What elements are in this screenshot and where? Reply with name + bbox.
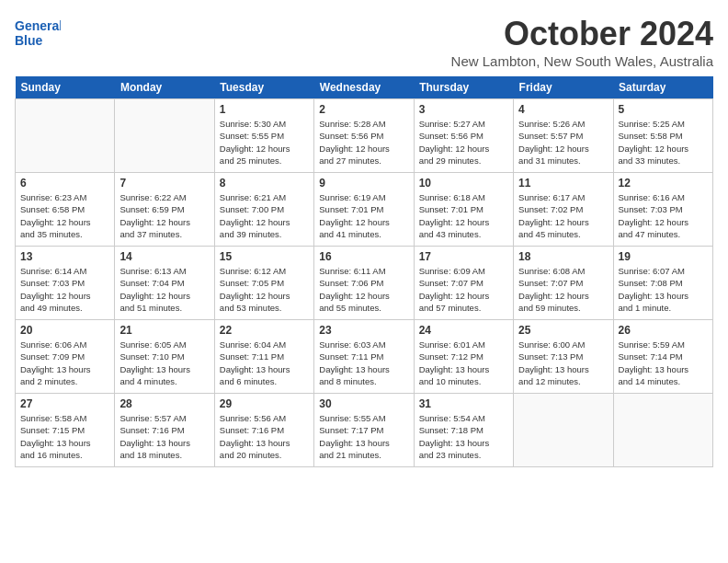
calendar-cell: 21Sunrise: 6:05 AM Sunset: 7:10 PM Dayli… (115, 320, 214, 394)
day-number: 31 (419, 397, 508, 410)
day-info: Sunrise: 6:00 AM Sunset: 7:13 PM Dayligh… (518, 339, 608, 387)
day-info: Sunrise: 6:21 AM Sunset: 7:00 PM Dayligh… (220, 191, 309, 240)
day-info: Sunrise: 5:28 AM Sunset: 5:56 PM Dayligh… (319, 118, 408, 167)
day-info: Sunrise: 6:23 AM Sunset: 6:58 PM Dayligh… (20, 191, 109, 240)
day-number: 6 (20, 177, 109, 190)
day-header-tuesday: Tuesday (214, 76, 313, 99)
day-info: Sunrise: 6:16 AM Sunset: 7:03 PM Dayligh… (619, 191, 708, 240)
day-number: 15 (220, 250, 309, 263)
calendar-cell: 9Sunrise: 6:19 AM Sunset: 7:01 PM Daylig… (314, 173, 414, 247)
calendar-cell: 31Sunrise: 5:54 AM Sunset: 7:18 PM Dayli… (414, 394, 513, 467)
calendar-cell: 28Sunrise: 5:57 AM Sunset: 7:16 PM Dayli… (115, 394, 214, 467)
day-number: 11 (518, 177, 608, 190)
calendar-cell (16, 99, 115, 173)
day-info: Sunrise: 6:03 AM Sunset: 7:11 PM Dayligh… (319, 339, 408, 387)
day-number: 28 (119, 397, 209, 410)
day-info: Sunrise: 6:14 AM Sunset: 7:03 PM Dayligh… (20, 265, 109, 314)
calendar-cell: 5Sunrise: 5:25 AM Sunset: 5:58 PM Daylig… (613, 99, 712, 173)
day-header-friday: Friday (514, 76, 613, 99)
day-info: Sunrise: 5:54 AM Sunset: 7:18 PM Dayligh… (419, 412, 508, 461)
day-info: Sunrise: 5:27 AM Sunset: 5:56 PM Dayligh… (419, 118, 508, 167)
calendar-cell (613, 394, 712, 467)
day-number: 30 (319, 397, 408, 410)
day-number: 17 (419, 250, 508, 263)
day-info: Sunrise: 5:58 AM Sunset: 7:15 PM Dayligh… (20, 412, 109, 461)
day-info: Sunrise: 6:09 AM Sunset: 7:07 PM Dayligh… (419, 265, 508, 314)
day-number: 22 (220, 324, 309, 337)
page-header: General Blue October 2024 New Lambton, N… (15, 15, 713, 69)
calendar-week-5: 27Sunrise: 5:58 AM Sunset: 7:15 PM Dayli… (16, 394, 713, 467)
day-info: Sunrise: 5:30 AM Sunset: 5:55 PM Dayligh… (220, 118, 309, 167)
day-number: 10 (419, 177, 508, 190)
calendar-cell: 30Sunrise: 5:55 AM Sunset: 7:17 PM Dayli… (314, 394, 414, 467)
day-header-thursday: Thursday (414, 76, 513, 99)
day-number: 1 (220, 103, 309, 116)
calendar-cell: 13Sunrise: 6:14 AM Sunset: 7:03 PM Dayli… (16, 247, 115, 320)
calendar-cell: 18Sunrise: 6:08 AM Sunset: 7:07 PM Dayli… (514, 247, 613, 320)
calendar-cell: 8Sunrise: 6:21 AM Sunset: 7:00 PM Daylig… (214, 173, 313, 247)
day-number: 24 (419, 324, 508, 337)
day-number: 4 (518, 103, 608, 116)
day-info: Sunrise: 5:57 AM Sunset: 7:16 PM Dayligh… (119, 412, 209, 461)
day-number: 26 (619, 324, 708, 337)
calendar-cell: 10Sunrise: 6:18 AM Sunset: 7:01 PM Dayli… (414, 173, 513, 247)
calendar-header: SundayMondayTuesdayWednesdayThursdayFrid… (16, 76, 713, 99)
day-number: 19 (619, 250, 708, 263)
calendar-cell: 11Sunrise: 6:17 AM Sunset: 7:02 PM Dayli… (514, 173, 613, 247)
day-number: 25 (518, 324, 608, 337)
day-number: 23 (319, 324, 408, 337)
calendar-week-1: 1Sunrise: 5:30 AM Sunset: 5:55 PM Daylig… (16, 99, 713, 173)
day-info: Sunrise: 6:07 AM Sunset: 7:08 PM Dayligh… (619, 265, 708, 314)
day-info: Sunrise: 6:06 AM Sunset: 7:09 PM Dayligh… (20, 339, 109, 387)
calendar-table: SundayMondayTuesdayWednesdayThursdayFrid… (15, 76, 713, 467)
svg-text:Blue: Blue (15, 33, 43, 48)
day-info: Sunrise: 6:05 AM Sunset: 7:10 PM Dayligh… (119, 339, 209, 387)
day-number: 21 (119, 324, 209, 337)
calendar-cell: 1Sunrise: 5:30 AM Sunset: 5:55 PM Daylig… (214, 99, 313, 173)
calendar-cell: 14Sunrise: 6:13 AM Sunset: 7:04 PM Dayli… (115, 247, 214, 320)
calendar-cell: 23Sunrise: 6:03 AM Sunset: 7:11 PM Dayli… (314, 320, 414, 394)
day-header-monday: Monday (115, 76, 214, 99)
day-header-saturday: Saturday (613, 76, 712, 99)
location-title: New Lambton, New South Wales, Australia (451, 53, 713, 69)
day-number: 18 (518, 250, 608, 263)
day-info: Sunrise: 6:13 AM Sunset: 7:04 PM Dayligh… (119, 265, 209, 314)
day-info: Sunrise: 6:08 AM Sunset: 7:07 PM Dayligh… (518, 265, 608, 314)
day-number: 7 (119, 177, 209, 190)
calendar-cell: 22Sunrise: 6:04 AM Sunset: 7:11 PM Dayli… (214, 320, 313, 394)
day-info: Sunrise: 6:01 AM Sunset: 7:12 PM Dayligh… (419, 339, 508, 387)
calendar-cell: 3Sunrise: 5:27 AM Sunset: 5:56 PM Daylig… (414, 99, 513, 173)
logo-svg: General Blue (15, 15, 61, 52)
calendar-cell: 20Sunrise: 6:06 AM Sunset: 7:09 PM Dayli… (16, 320, 115, 394)
day-number: 8 (220, 177, 309, 190)
calendar-cell: 17Sunrise: 6:09 AM Sunset: 7:07 PM Dayli… (414, 247, 513, 320)
day-info: Sunrise: 6:18 AM Sunset: 7:01 PM Dayligh… (419, 191, 508, 240)
calendar-cell: 25Sunrise: 6:00 AM Sunset: 7:13 PM Dayli… (514, 320, 613, 394)
day-number: 16 (319, 250, 408, 263)
calendar-cell: 26Sunrise: 5:59 AM Sunset: 7:14 PM Dayli… (613, 320, 712, 394)
day-number: 9 (319, 177, 408, 190)
calendar-cell: 12Sunrise: 6:16 AM Sunset: 7:03 PM Dayli… (613, 173, 712, 247)
day-number: 13 (20, 250, 109, 263)
calendar-cell: 19Sunrise: 6:07 AM Sunset: 7:08 PM Dayli… (613, 247, 712, 320)
day-number: 29 (220, 397, 309, 410)
calendar-week-4: 20Sunrise: 6:06 AM Sunset: 7:09 PM Dayli… (16, 320, 713, 394)
day-info: Sunrise: 5:26 AM Sunset: 5:57 PM Dayligh… (518, 118, 608, 167)
day-info: Sunrise: 5:56 AM Sunset: 7:16 PM Dayligh… (220, 412, 309, 461)
calendar-cell: 24Sunrise: 6:01 AM Sunset: 7:12 PM Dayli… (414, 320, 513, 394)
calendar-week-3: 13Sunrise: 6:14 AM Sunset: 7:03 PM Dayli… (16, 247, 713, 320)
day-info: Sunrise: 6:04 AM Sunset: 7:11 PM Dayligh… (220, 339, 309, 387)
svg-text:General: General (15, 18, 61, 33)
day-number: 20 (20, 324, 109, 337)
day-header-sunday: Sunday (16, 76, 115, 99)
calendar-cell: 27Sunrise: 5:58 AM Sunset: 7:15 PM Dayli… (16, 394, 115, 467)
calendar-cell (514, 394, 613, 467)
title-area: October 2024 New Lambton, New South Wale… (451, 15, 713, 69)
day-number: 14 (119, 250, 209, 263)
day-number: 27 (20, 397, 109, 410)
day-number: 2 (319, 103, 408, 116)
calendar-cell: 29Sunrise: 5:56 AM Sunset: 7:16 PM Dayli… (214, 394, 313, 467)
month-title: October 2024 (451, 15, 713, 53)
calendar-cell: 4Sunrise: 5:26 AM Sunset: 5:57 PM Daylig… (514, 99, 613, 173)
day-info: Sunrise: 6:22 AM Sunset: 6:59 PM Dayligh… (119, 191, 209, 240)
